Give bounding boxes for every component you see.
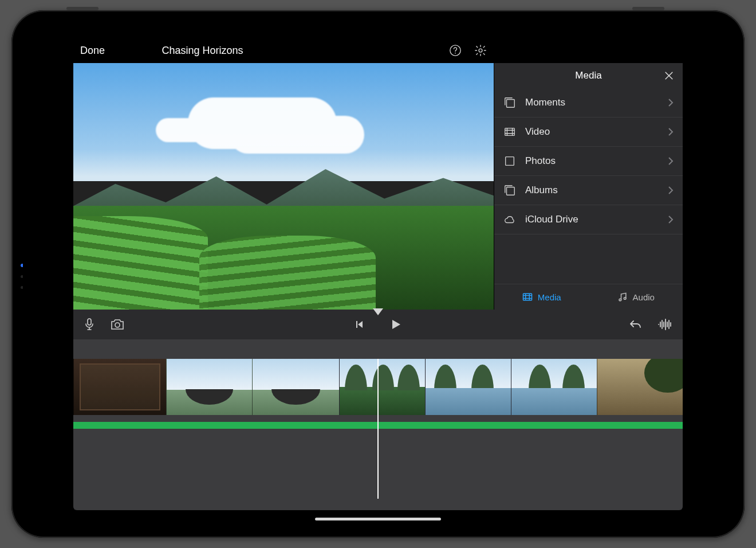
topbar: Done Chasing Horizons (73, 38, 683, 63)
close-icon[interactable] (663, 70, 675, 81)
svg-point-9 (624, 298, 626, 300)
media-row-moments[interactable]: Moments (494, 88, 683, 118)
home-indicator[interactable] (315, 518, 441, 520)
media-row-label: Albums (525, 185, 659, 196)
timeline-clip[interactable] (339, 359, 425, 415)
media-row-label: Moments (525, 97, 659, 108)
skip-back-icon[interactable] (354, 319, 364, 330)
play-icon[interactable] (389, 318, 402, 331)
imovie-app: Done Chasing Horizons (73, 38, 683, 510)
playhead[interactable] (377, 359, 379, 499)
svg-point-8 (619, 299, 621, 301)
svg-rect-4 (505, 128, 515, 136)
cloud-icon (503, 213, 516, 226)
moments-icon (503, 96, 516, 109)
chevron-right-icon (668, 157, 674, 165)
tab-label: Audio (633, 292, 655, 302)
svg-rect-7 (523, 293, 531, 300)
timeline-clip[interactable] (511, 359, 597, 415)
timeline-clip[interactable] (597, 359, 683, 415)
timeline-clip[interactable] (73, 359, 166, 415)
svg-point-11 (115, 323, 120, 327)
main-split: Media Moments (73, 63, 683, 310)
svg-rect-3 (507, 100, 515, 108)
ipad-frame: Done Chasing Horizons (11, 10, 745, 538)
media-tabs: Media Audio (494, 284, 683, 310)
undo-icon[interactable] (629, 319, 643, 330)
tab-label: Media (538, 292, 561, 302)
svg-point-1 (455, 53, 456, 54)
media-panel-title: Media (575, 70, 601, 81)
svg-rect-10 (88, 319, 91, 325)
media-source-list: Moments Video (494, 88, 683, 284)
tab-media[interactable]: Media (494, 284, 589, 310)
media-row-photos[interactable]: Photos (494, 147, 683, 176)
svg-rect-6 (507, 187, 515, 195)
timeline-clip[interactable] (252, 359, 339, 415)
filmstrip-icon (522, 291, 533, 303)
media-row-label: Video (525, 126, 659, 138)
project-title: Chasing Horizons (73, 45, 449, 57)
video-icon (503, 126, 516, 138)
transport-bar (73, 310, 683, 339)
chevron-right-icon (668, 216, 674, 224)
settings-gear-icon[interactable] (474, 44, 487, 57)
preview-viewer[interactable] (73, 63, 494, 310)
chevron-right-icon (668, 186, 674, 194)
playhead-caret (373, 308, 383, 315)
chevron-right-icon (668, 99, 674, 107)
volume-button-physical (632, 7, 664, 10)
albums-icon (503, 184, 516, 197)
help-icon[interactable] (449, 44, 462, 57)
timeline-clip[interactable] (166, 359, 252, 415)
chevron-right-icon (668, 128, 674, 136)
ipad-bezel: Done Chasing Horizons (23, 22, 733, 526)
photos-icon (503, 155, 516, 167)
media-row-albums[interactable]: Albums (494, 176, 683, 205)
media-row-video[interactable]: Video (494, 118, 683, 147)
music-note-icon (617, 291, 628, 303)
svg-point-2 (479, 49, 482, 52)
timeline[interactable] (73, 339, 683, 510)
media-row-icloud[interactable]: iCloud Drive (494, 205, 683, 234)
media-panel: Media Moments (494, 63, 683, 310)
timeline-clip[interactable] (425, 359, 511, 415)
tab-audio[interactable]: Audio (589, 284, 683, 310)
microphone-icon[interactable] (84, 318, 95, 331)
power-button-physical (66, 7, 99, 10)
svg-rect-5 (506, 157, 514, 166)
camera-icon[interactable] (110, 318, 125, 331)
waveform-icon[interactable] (657, 319, 672, 330)
media-row-label: Photos (525, 155, 659, 167)
media-row-label: iCloud Drive (525, 214, 659, 225)
